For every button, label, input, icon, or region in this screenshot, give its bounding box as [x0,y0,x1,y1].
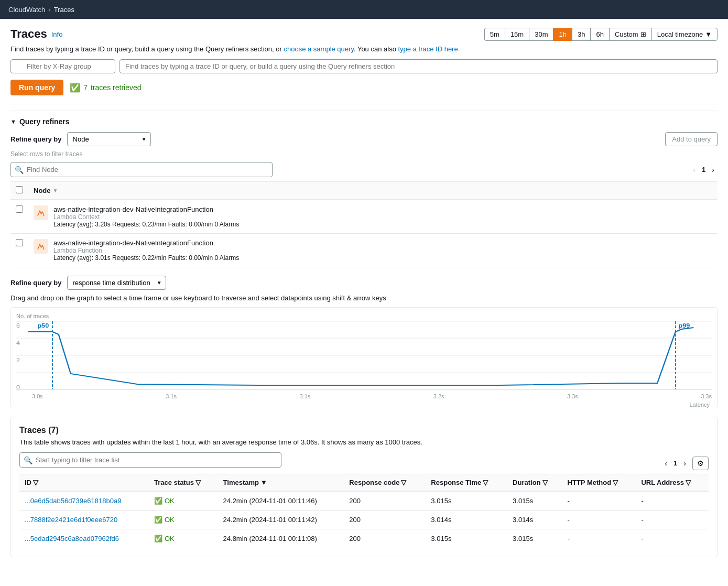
node-cell-2: aws-native-integration-dev-NativeIntegra… [28,234,718,267]
id-filter-icon: ▽ [33,479,38,486]
trace-id-link[interactable]: type a trace ID here. [398,45,460,53]
find-node-row: 🔍 ‹ 1 › [10,162,718,177]
ok-check-icon-3: ✅ [154,535,162,542]
traces-retrieved-label: traces retrieved [91,83,141,92]
traces-next-page-button[interactable]: › [680,458,689,469]
node-select-checkbox-1[interactable] [16,205,23,213]
info-link[interactable]: Info [51,30,63,38]
svg-text:p50: p50 [37,322,49,329]
trace-response-time-3: 3.015s [426,529,507,548]
trace-http-method-2: - [562,511,636,529]
col-url-address: URL Address ▽ [636,474,709,492]
node-type-2: Lambda Function [53,247,239,254]
filter-trace-wrapper: 🔍 [19,452,281,468]
ok-check-icon-1: ✅ [154,497,162,505]
response-time-select[interactable]: response time distribution [67,276,166,290]
refine-by-row: Refine query by Node ▼ Add to query [10,132,718,146]
response-time-select-wrapper: response time distribution ▼ [67,276,166,290]
trace-status-1: ✅ OK [149,491,218,511]
run-query-button[interactable]: Run query [10,80,63,95]
page-header: Traces Info 5m 15m 30m 1h 3h 6h Custom ⊞… [10,27,718,41]
traces-page-number: 1 [673,459,677,467]
trace-response-time-1: 3.015s [426,491,507,511]
trace-id-3[interactable]: ...5edad2945c6a8ead07962fd6 [19,529,149,548]
response-code-filter-icon: ▽ [401,479,406,486]
time-btn-15m[interactable]: 15m [505,28,529,41]
node-page-number: 1 [702,166,705,173]
node-row-2: aws-native-integration-dev-NativeIntegra… [10,234,718,267]
duration-filter-icon: ▽ [542,479,548,486]
trace-duration-2: 3.014s [507,511,562,529]
select-all-checkbox[interactable] [16,186,23,193]
select-all-header [10,182,28,200]
refine-by-response-time-row: Refine query by response time distributi… [10,276,718,290]
node-metrics-1: Latency (avg): 3.20s Requests: 0.23/min … [53,221,239,228]
lambda-icon-1 [34,205,48,220]
trace-status-3: ✅ OK [149,529,218,548]
node-type-1: Lambda Context [53,213,239,221]
time-btn-6h[interactable]: 6h [590,28,609,41]
chart-wrapper: No. of traces 6 4 2 0 [10,307,718,408]
trace-response-code-3: 200 [344,529,426,548]
page-content: Traces Info 5m 15m 30m 1h 3h 6h Custom ⊞… [0,19,728,586]
next-page-button[interactable]: › [709,165,718,175]
node-column-header: Node ▼ [28,182,718,200]
node-cell-1: aws-native-integration-dev-NativeIntegra… [28,200,718,234]
trace-duration-3: 3.015s [507,529,562,548]
ok-badge-1: ✅ OK [154,497,175,505]
page-title-area: Traces Info [10,27,62,41]
trace-url-2: - [636,511,709,529]
trace-http-method-1: - [562,491,636,511]
calendar-icon: ⊞ [640,30,646,38]
time-btn-3h[interactable]: 3h [572,28,590,41]
timestamp-sort-icon: ▼ [260,479,267,486]
check-circle-icon: ✅ [70,83,80,93]
chart-container[interactable]: 6 4 2 0 p50 p99 [16,321,712,391]
node-select-checkbox-2[interactable] [16,239,23,246]
trace-id-1[interactable]: ...0e6d5dab56d739e61818b0a9 [19,491,149,511]
traces-prev-page-button[interactable]: ‹ [661,458,670,469]
time-btn-30m[interactable]: 30m [529,28,553,41]
time-btn-5m[interactable]: 5m [484,28,505,41]
trace-status-2: ✅ OK [149,511,218,529]
trace-timestamp-3: 24.8min (2024-11-01 00:11:08) [218,529,344,548]
url-filter-icon: ▽ [686,479,691,486]
refine-left: Refine query by Node ▼ [10,132,151,146]
query-refiners-header[interactable]: ▼ Query refiners [10,117,718,126]
x-label-3: 3.2s [433,393,444,399]
node-select[interactable]: Node [67,132,151,146]
query-refiners-label: Query refiners [19,117,70,126]
find-node-input[interactable] [10,162,273,177]
trace-response-code-1: 200 [344,491,426,511]
col-duration: Duration ▽ [507,474,562,492]
filter-group-input[interactable] [10,59,115,73]
svg-text:p99: p99 [679,322,690,329]
node-select-wrapper: Node ▼ [67,132,151,146]
col-id: ID ▽ [19,474,149,492]
node-checkbox-1 [10,200,28,234]
x-label-2: 3.1s [299,393,310,399]
timezone-selector[interactable]: Local timezone ▼ [651,28,718,41]
trace-url-1: - [636,491,709,511]
nav-traces: Traces [54,6,74,14]
add-to-query-button[interactable]: Add to query [665,132,718,146]
trace-id-2[interactable]: ...7888f2e2421e6d1f0eee6720 [19,511,149,529]
col-trace-status: Trace status ▽ [149,474,218,492]
traces-count: 7 [83,83,88,92]
time-btn-1h[interactable]: 1h [553,28,571,41]
settings-button[interactable]: ⚙ [692,457,709,470]
sample-query-link[interactable]: choose a sample query [284,45,353,53]
chart-svg[interactable]: 6 4 2 0 p50 p99 [16,321,712,389]
prev-page-button[interactable]: ‹ [690,165,699,175]
trace-row-1: ...0e6d5dab56d739e61818b0a9 ✅ OK 24.2min… [19,491,709,511]
node-name-1: aws-native-integration-dev-NativeIntegra… [53,205,239,213]
x-label-4: 3.3s [567,393,578,399]
time-btn-custom[interactable]: Custom ⊞ [609,28,651,41]
filter-trace-input[interactable] [19,452,281,468]
http-method-filter-icon: ▽ [613,479,618,486]
chart-y-label: No. of traces [16,313,712,319]
query-input[interactable] [119,59,718,73]
select-rows-text: Select rows to filter traces [10,150,718,158]
nav-cloudwatch[interactable]: CloudWatch [8,6,45,14]
traces-retrieved-status: ✅ 7 traces retrieved [70,83,141,93]
